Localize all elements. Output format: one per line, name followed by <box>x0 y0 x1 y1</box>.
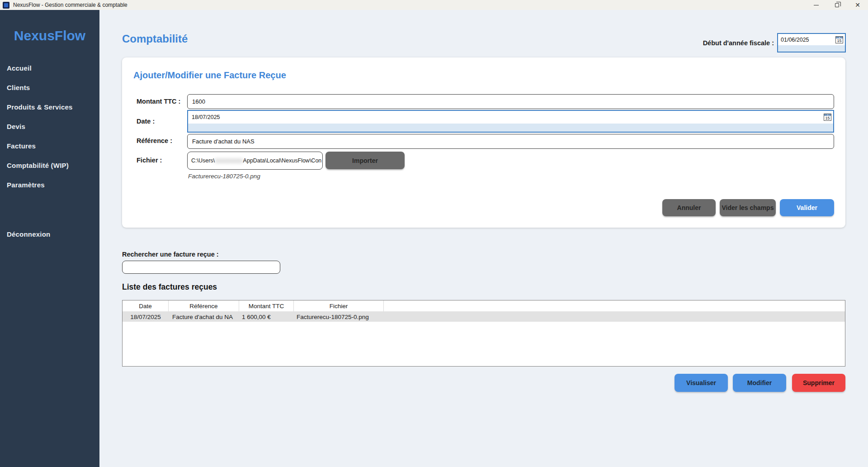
calendar-icon[interactable]: 15 <box>824 114 831 121</box>
sidebar-item-deconnexion[interactable]: Déconnexion <box>0 224 99 244</box>
submit-button[interactable]: Valider <box>780 199 834 216</box>
sidebar-nav: Accueil Clients Produits & Services Devi… <box>0 58 99 244</box>
sidebar-item-produits-services[interactable]: Produits & Services <box>0 97 99 117</box>
app-icon <box>3 2 9 9</box>
main-content: Comptabilité Début d'année fiscale : 01/… <box>99 10 868 467</box>
fiscal-year-label: Début d'année fiscale : <box>661 39 774 47</box>
montant-input[interactable] <box>187 94 834 109</box>
table-row[interactable]: 18/07/2025 Facture d'achat du NA 1 600,0… <box>123 312 845 322</box>
column-header-filler <box>384 300 845 311</box>
cell-date: 18/07/2025 <box>123 314 169 320</box>
sidebar-item-clients[interactable]: Clients <box>0 78 99 97</box>
fiscal-year-date-value[interactable]: 01/06/2025 <box>778 37 835 43</box>
list-title: Liste des factures reçues <box>122 282 217 292</box>
fichier-path-redacted: xxxxxxxxxx <box>215 157 243 164</box>
fichier-label: Fichier : <box>137 157 162 164</box>
clear-fields-button[interactable]: Vider les champs <box>720 199 776 216</box>
sidebar-item-parametres[interactable]: Paramètres <box>0 175 99 195</box>
fiscal-year-datepicker[interactable]: 01/06/2025 15 <box>777 33 846 52</box>
delete-button[interactable]: Supprimer <box>792 374 845 392</box>
minimize-icon <box>814 5 819 5</box>
column-header-fichier[interactable]: Fichier <box>294 300 384 311</box>
cell-reference: Facture d'achat du NA <box>169 314 239 320</box>
fiscal-year-datepicker-field: 01/06/2025 15 <box>778 34 845 45</box>
calendar-icon-day: 15 <box>824 116 831 120</box>
table-header: Date Référence Montant TTC Fichier <box>123 300 845 312</box>
calendar-icon-header <box>836 37 843 38</box>
window-title: NexusFlow - Gestion commerciale & compta… <box>13 2 127 8</box>
invoice-form-card: Ajouter/Modifier une Facture Reçue Monta… <box>122 57 845 228</box>
sidebar-item-devis[interactable]: Devis <box>0 117 99 136</box>
view-button[interactable]: Visualiser <box>675 374 728 392</box>
calendar-icon-day: 15 <box>836 38 843 43</box>
app-logo: NexusFlow <box>0 28 99 43</box>
fichier-path-input[interactable]: C:\Users\xxxxxxxxxxAppData\Local\NexusFl… <box>187 152 323 170</box>
restore-button[interactable] <box>826 0 847 10</box>
date-datepicker[interactable]: 18/07/2025 15 <box>187 110 834 133</box>
column-header-reference[interactable]: Référence <box>169 300 239 311</box>
fichier-path-suffix: AppData\Local\NexusFlow\Con <box>243 157 322 164</box>
sidebar-item-factures[interactable]: Factures <box>0 136 99 156</box>
edit-button[interactable]: Modifier <box>733 374 786 392</box>
search-label: Rechercher une facture reçue : <box>122 251 219 258</box>
window-controls: ✕ <box>806 0 868 10</box>
titlebar: NexusFlow - Gestion commerciale & compta… <box>0 0 868 10</box>
reference-label: Référence : <box>137 137 172 144</box>
sidebar-item-accueil[interactable]: Accueil <box>0 58 99 78</box>
import-button[interactable]: Importer <box>326 152 405 169</box>
date-value[interactable]: 18/07/2025 <box>188 114 824 120</box>
reference-input[interactable] <box>187 134 834 149</box>
calendar-icon-header <box>824 114 831 116</box>
page-title: Comptabilité <box>122 33 188 45</box>
cell-fichier: Facturerecu-180725-0.png <box>294 314 369 320</box>
fichier-path-prefix: C:\Users\ <box>191 157 215 164</box>
close-icon: ✕ <box>855 2 860 8</box>
cancel-button[interactable]: Annuler <box>662 199 716 216</box>
search-input[interactable] <box>122 261 280 274</box>
received-invoices-table: Date Référence Montant TTC Fichier 18/07… <box>122 300 845 367</box>
date-label: Date : <box>137 118 155 125</box>
sidebar: NexusFlow Accueil Clients Produits & Ser… <box>0 10 99 467</box>
restore-icon <box>835 3 839 7</box>
column-header-date[interactable]: Date <box>123 300 169 311</box>
form-title: Ajouter/Modifier une Facture Reçue <box>133 70 286 81</box>
close-button[interactable]: ✕ <box>847 0 868 10</box>
date-datepicker-field: 18/07/2025 15 <box>188 111 833 124</box>
attached-filename: Facturerecu-180725-0.png <box>188 173 260 180</box>
cell-montant: 1 600,00 € <box>239 314 294 320</box>
calendar-icon[interactable]: 15 <box>835 36 843 43</box>
sidebar-item-comptabilite[interactable]: Comptabilité (WIP) <box>0 156 99 175</box>
montant-label: Montant TTC : <box>137 98 180 105</box>
column-header-montant[interactable]: Montant TTC <box>239 300 294 311</box>
minimize-button[interactable] <box>806 0 826 10</box>
